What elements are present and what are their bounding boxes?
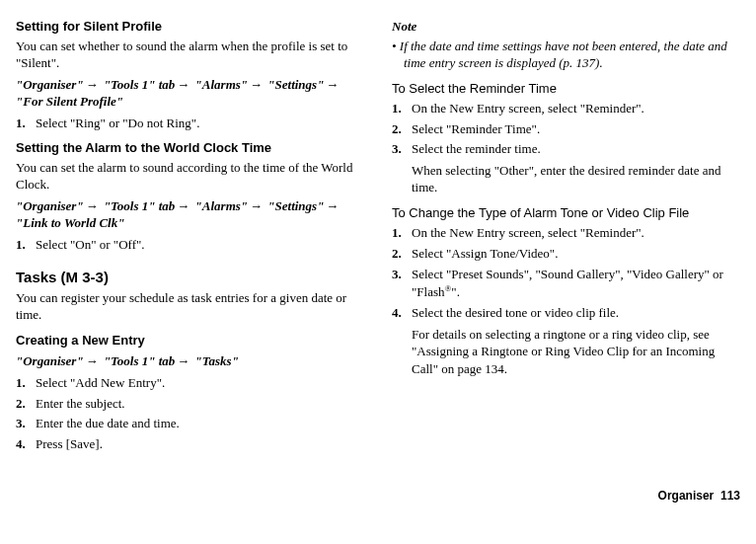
desc-world-clock: You can set the alarm to sound according… [16, 159, 364, 194]
nav-seg: "Organiser" [16, 198, 84, 213]
step-text: Select the reminder time. When selecting… [412, 140, 740, 196]
step-number: 1. [392, 224, 412, 242]
nav-seg: "Settings" [267, 77, 324, 92]
steps-list-2: 1.Select "On" or "Off". [16, 236, 364, 254]
heading-silent-profile: Setting for Silent Profile [16, 18, 364, 36]
list-item: 1.On the New Entry screen, select "Remin… [392, 100, 740, 117]
step-number: 1. [16, 236, 36, 254]
list-item: 1.On the New Entry screen, select "Remin… [392, 224, 740, 242]
step-text: On the New Entry screen, select "Reminde… [412, 224, 740, 242]
list-item: 1.Select "Ring" or "Do not Ring". [16, 115, 364, 132]
nav-path-2: "Organiser"→ "Tools 1" tab→ "Alarms"→ "S… [16, 197, 364, 232]
step-text: Enter the subject. [36, 395, 364, 413]
nav-seg: "Settings" [267, 198, 324, 213]
footer-page-number: 113 [720, 489, 740, 503]
step-text: Select "Add New Entry". [36, 374, 364, 392]
list-item: 3. Select the reminder time. When select… [392, 140, 740, 196]
step-text: Select "Preset Sounds", "Sound Gallery",… [412, 266, 740, 301]
step-part-b: ". [451, 284, 460, 299]
nav-path-1: "Organiser"→ "Tools 1" tab→ "Alarms"→ "S… [16, 76, 364, 111]
heading-alarm-tone: To Change the Type of Alarm Tone or Vide… [392, 204, 740, 222]
desc-tasks: You can register your schedule as task e… [16, 289, 364, 324]
nav-seg: "Organiser" [16, 353, 84, 368]
list-item: 2.Select "Reminder Time". [392, 120, 740, 138]
nav-seg: "Tasks" [195, 353, 239, 368]
step-text: Select "On" or "Off". [36, 236, 364, 254]
nav-seg: "Alarms" [195, 198, 248, 213]
page-footer: Organiser 113 [16, 488, 740, 504]
step-text: Enter the due date and time. [36, 415, 364, 432]
heading-world-clock: Setting the Alarm to the World Clock Tim… [16, 139, 364, 157]
arrow-icon: → [84, 353, 101, 368]
heading-tasks: Tasks (M 3-3) [16, 268, 364, 287]
step-number: 4. [16, 435, 36, 453]
nav-seg: "Tools 1" tab [104, 77, 175, 92]
list-item: 3.Select "Preset Sounds", "Sound Gallery… [392, 266, 740, 301]
step-number: 1. [16, 374, 36, 392]
step-number: 3. [392, 140, 412, 196]
note-body: • If the date and time settings have not… [392, 38, 740, 72]
list-item: 4.Press [Save]. [16, 435, 364, 453]
step-sub: When selecting "Other", enter the desire… [412, 162, 740, 196]
list-item: 1.Select "On" or "Off". [16, 236, 364, 254]
arrow-icon: → [84, 77, 101, 92]
list-item: 3.Enter the due date and time. [16, 415, 364, 432]
step-text: Select the desired tone or video clip fi… [412, 304, 740, 377]
step-sub: For details on selecting a ringtone or a… [412, 326, 740, 378]
arrow-icon: → [84, 198, 101, 213]
nav-seg: "Tools 1" tab [104, 198, 175, 213]
step-number: 3. [16, 415, 36, 432]
steps-list-5: 1.On the New Entry screen, select "Remin… [392, 224, 740, 377]
list-item: 4. Select the desired tone or video clip… [392, 304, 740, 377]
nav-path-3: "Organiser"→ "Tools 1" tab→ "Tasks" [16, 352, 364, 370]
step-number: 1. [392, 100, 412, 117]
steps-list-4: 1.On the New Entry screen, select "Remin… [392, 100, 740, 196]
heading-new-entry: Creating a New Entry [16, 332, 364, 350]
arrow-icon: → [175, 77, 191, 92]
nav-seg: "Tools 1" tab [104, 353, 175, 368]
step-number: 1. [16, 115, 36, 132]
arrow-icon: → [248, 198, 265, 213]
nav-seg: "For Silent Profile" [16, 94, 123, 109]
arrow-icon: → [175, 353, 191, 368]
steps-list-3: 1.Select "Add New Entry". 2.Enter the su… [16, 374, 364, 452]
desc-silent-profile: You can set whether to sound the alarm w… [16, 38, 364, 72]
step-main: Select the desired tone or video clip fi… [412, 305, 619, 320]
left-column: Setting for Silent Profile You can set w… [16, 10, 364, 458]
nav-seg: "Link to World Clk" [16, 215, 124, 230]
step-text: Select "Reminder Time". [412, 120, 740, 138]
step-number: 2. [392, 245, 412, 263]
step-number: 2. [16, 395, 36, 413]
nav-seg: "Organiser" [16, 77, 84, 92]
right-column: Note • If the date and time settings hav… [392, 10, 740, 458]
list-item: 2.Enter the subject. [16, 395, 364, 413]
step-main: Select the reminder time. [412, 141, 541, 156]
arrow-icon: → [324, 77, 340, 92]
step-number: 2. [392, 120, 412, 138]
list-item: 1.Select "Add New Entry". [16, 374, 364, 392]
step-text: Press [Save]. [36, 435, 364, 453]
arrow-icon: → [324, 198, 340, 213]
footer-section: Organiser [658, 489, 715, 503]
nav-seg: "Alarms" [195, 77, 248, 92]
step-text: Select "Assign Tone/Video". [412, 245, 740, 263]
list-item: 2.Select "Assign Tone/Video". [392, 245, 740, 263]
heading-reminder-time: To Select the Reminder Time [392, 80, 740, 98]
arrow-icon: → [175, 198, 191, 213]
step-number: 3. [392, 266, 412, 301]
steps-list-1: 1.Select "Ring" or "Do not Ring". [16, 115, 364, 132]
arrow-icon: → [248, 77, 265, 92]
note-title: Note [392, 18, 740, 36]
step-text: Select "Ring" or "Do not Ring". [36, 115, 364, 132]
page-content: Setting for Silent Profile You can set w… [16, 10, 740, 458]
step-number: 4. [392, 304, 412, 377]
step-text: On the New Entry screen, select "Reminde… [412, 100, 740, 117]
